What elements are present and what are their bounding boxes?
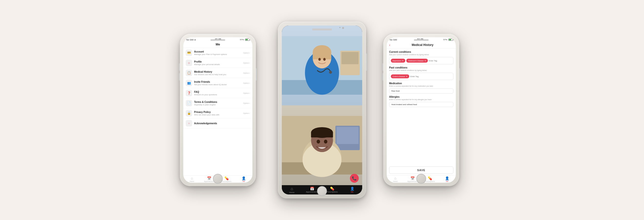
video-home-icon: ⌂ xyxy=(291,187,293,191)
acknowledgements-label: Acknowledgements xyxy=(194,122,250,125)
tag-depression-remove[interactable]: ✕ xyxy=(402,60,404,62)
menu-item-privacy[interactable]: 🔒 Privacy Policy Who we share your data … xyxy=(183,108,252,118)
power-button[interactable] xyxy=(256,68,257,80)
svg-rect-19 xyxy=(311,133,333,138)
current-conditions-section: Current conditions Add your current medi… xyxy=(389,51,453,64)
terms-label: Terms & Conditions xyxy=(194,101,243,103)
past-conditions-title: Past conditions xyxy=(389,66,453,69)
invite-friends-option-text: Option xyxy=(243,82,249,84)
allergies-title: Allergies xyxy=(389,95,453,98)
right-battery-icon xyxy=(448,39,453,41)
current-conditions-input[interactable] xyxy=(429,59,444,63)
invite-friends-text: Invite Friends Tell your friends more ab… xyxy=(194,80,243,86)
allergies-section: Allergies Enter a comma separated list f… xyxy=(389,95,453,107)
nav-home-center[interactable]: ⌂ Home xyxy=(282,187,302,193)
right-volume-up-button[interactable] xyxy=(382,63,383,71)
back-button[interactable]: ‹ xyxy=(389,43,390,47)
right-volume-down-button[interactable] xyxy=(382,73,383,80)
allergies-value[interactable]: Heat-treated and refined food xyxy=(389,102,453,107)
privacy-text: Privacy Policy Who we share your data wi… xyxy=(194,111,243,116)
tag-parkinsons-label: Parkinson's Disease xyxy=(408,60,424,62)
terms-option: Option › xyxy=(243,102,250,104)
menu-item-medical-history[interactable]: 📋 Medical History Our doctors use this t… xyxy=(183,68,252,78)
profile-sub: Manage your personal details xyxy=(194,63,243,66)
faq-icon: ❓ xyxy=(186,90,192,96)
phone-center: 📞 ⌂ Home 📅 Appointments 💊 Presc xyxy=(278,22,366,198)
menu-item-invite-friends[interactable]: 👥 Invite Friends Tell your friends more … xyxy=(183,78,252,88)
svg-point-21 xyxy=(324,140,328,144)
current-conditions-tags[interactable]: Depression ✕ Parkinson's Disease ✕ xyxy=(389,57,453,64)
home-button[interactable] xyxy=(213,174,223,184)
end-call-button[interactable]: 📞 xyxy=(350,174,359,183)
account-text: Account Manage your Plan & Payment optio… xyxy=(194,50,243,55)
signal-icon: ▲ xyxy=(194,39,196,41)
tag-crohns-remove[interactable]: ✕ xyxy=(406,75,408,78)
medication-value[interactable]: Raw food xyxy=(389,88,453,93)
tag-crohns-label: Crohn's Disease xyxy=(392,76,405,77)
terms-chevron-icon: › xyxy=(249,102,250,104)
nav-home-left[interactable]: ⌂ Home xyxy=(183,177,201,182)
menu-item-acknowledgements[interactable]: ○ Acknowledgements xyxy=(183,118,252,128)
terms-icon: 📄 xyxy=(186,100,192,106)
menu-item-faq[interactable]: ❓ FAQ Answers to your questions Option › xyxy=(183,88,252,98)
medication-section: Medication Enter a comma separated list … xyxy=(389,82,453,93)
right-home-icon: ⌂ xyxy=(394,177,396,180)
volume-up-button[interactable] xyxy=(179,63,180,71)
medical-history-content: Current conditions Add your current medi… xyxy=(387,49,456,165)
video-bottom: 📞 xyxy=(282,105,362,185)
privacy-icon: 🔒 xyxy=(186,110,192,116)
terms-option-text: Option xyxy=(243,102,249,104)
faq-option-text: Option xyxy=(243,92,249,94)
right-me-icon: 👤 xyxy=(445,177,449,180)
save-button[interactable]: SAVE xyxy=(389,166,453,174)
svg-point-10 xyxy=(329,71,332,74)
nav-me-center[interactable]: 👤 Me xyxy=(342,187,362,193)
menu-item-terms[interactable]: 📄 Terms & Conditions Hopefully in plain … xyxy=(183,98,252,108)
medication-title: Medication xyxy=(389,82,453,85)
invite-friends-sub: Tell your friends more about iQ doctor xyxy=(194,83,243,86)
past-conditions-tags[interactable]: Crohn's Disease ✕ xyxy=(389,73,453,80)
past-conditions-input[interactable] xyxy=(410,74,425,78)
right-prescriptions-icon: 💊 xyxy=(428,177,432,180)
right-status-carrier: No SIM xyxy=(390,39,397,41)
profile-option-text: Option xyxy=(243,62,249,64)
svg-point-8 xyxy=(318,58,321,61)
nav-home-right[interactable]: ⌂ Home xyxy=(387,177,404,182)
svg-rect-3 xyxy=(342,52,359,64)
medical-history-option: Option › xyxy=(243,72,250,74)
svg-point-9 xyxy=(323,58,326,61)
right-power-button[interactable] xyxy=(459,68,460,80)
scene: No SIM ▲ 15:28 57% Me 💳 xyxy=(0,0,644,220)
phone-left: No SIM ▲ 15:28 57% Me 💳 xyxy=(180,34,256,186)
home-icon: ⌂ xyxy=(191,177,193,180)
nav-appointments-label: Appointments xyxy=(204,180,214,182)
me-screen: No SIM ▲ 15:28 57% Me 💳 xyxy=(183,37,252,183)
account-sub: Manage your Plan & Payment options xyxy=(194,53,243,55)
medical-history-title: Medical History xyxy=(392,43,453,47)
center-speaker xyxy=(312,29,332,31)
acknowledgements-icon: ○ xyxy=(186,120,192,127)
menu-item-profile[interactable]: ○ Profile Manage your personal details O… xyxy=(183,58,252,68)
current-conditions-title: Current conditions xyxy=(389,51,453,53)
menu-list: 💳 Account Manage your Plan & Payment opt… xyxy=(183,48,252,128)
volume-down-button[interactable] xyxy=(179,73,180,80)
center-power-button[interactable] xyxy=(366,54,367,71)
medical-history-icon: 📋 xyxy=(186,70,192,76)
medical-history-option-text: Option xyxy=(243,72,249,74)
right-speaker xyxy=(414,39,428,41)
center-home-button[interactable] xyxy=(317,186,327,196)
carrier-text: No SIM xyxy=(186,39,194,41)
nav-me-right[interactable]: 👤 Me xyxy=(439,177,456,182)
right-home-label: Home xyxy=(393,180,398,182)
medical-history-text: Medical History Our doctors use this to … xyxy=(194,70,243,76)
past-conditions-sub: Add your past medical conditions by typi… xyxy=(389,69,453,71)
nav-home-label: Home xyxy=(190,180,194,182)
medication-sub: Enter a comma separated list for any med… xyxy=(389,85,453,87)
menu-item-account[interactable]: 💳 Account Manage your Plan & Payment opt… xyxy=(183,48,252,58)
end-call-button-overlay: 📞 xyxy=(350,174,359,183)
right-home-button[interactable] xyxy=(416,174,426,184)
nav-me-left[interactable]: 👤 Me xyxy=(235,177,253,182)
tag-parkinsons-remove[interactable]: ✕ xyxy=(424,60,426,62)
right-appointments-icon: 📅 xyxy=(410,177,415,180)
profile-option: Option › xyxy=(243,62,250,64)
